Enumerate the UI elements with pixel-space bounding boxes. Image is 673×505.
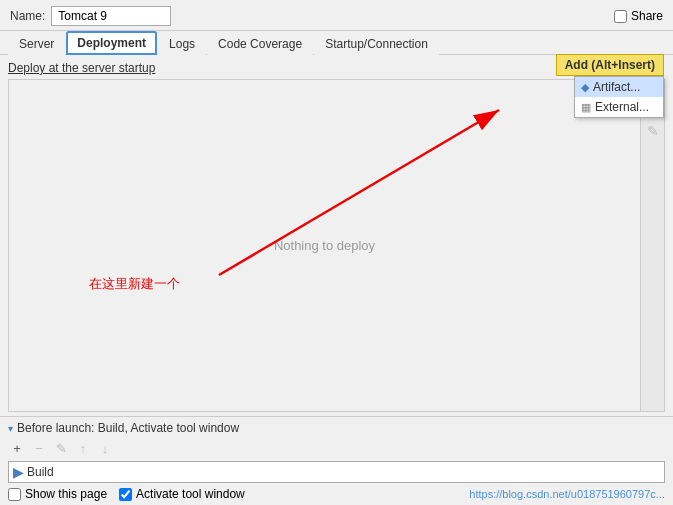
- bottom-section: ▾ Before launch: Build, Activate tool wi…: [0, 416, 673, 505]
- bl-remove-btn[interactable]: −: [30, 439, 48, 457]
- deploy-empty-list: Nothing to deploy: [9, 80, 640, 411]
- tab-startup-connection[interactable]: Startup/Connection: [314, 32, 439, 55]
- bl-edit-btn[interactable]: ✎: [52, 439, 70, 457]
- dropdown-item-artifact[interactable]: ◆ Artifact...: [575, 77, 663, 97]
- share-section: Share: [614, 9, 663, 23]
- show-page-checkbox[interactable]: [8, 488, 21, 501]
- add-dropdown: ◆ Artifact... ▦ External...: [574, 76, 664, 118]
- main-content: Deploy at the server startup Add (Alt+In…: [0, 55, 673, 416]
- before-launch-list: ▶ Build: [8, 461, 665, 483]
- activate-tool-window-checkbox[interactable]: [119, 488, 132, 501]
- tab-logs[interactable]: Logs: [158, 32, 206, 55]
- empty-text: Nothing to deploy: [274, 238, 375, 253]
- bl-up-btn[interactable]: ↑: [74, 439, 92, 457]
- artifact-icon: ◆: [581, 81, 589, 94]
- before-launch-toolbar: + − ✎ ↑ ↓: [8, 439, 665, 457]
- run-configuration-dialog: Name: Share Server Deployment Logs Code …: [0, 0, 673, 505]
- build-icon: ▶: [13, 465, 23, 480]
- activate-tool-window-option: Activate tool window: [119, 487, 245, 501]
- add-button-wrapper: Add (Alt+Insert) ◆ Artifact... ▦ Externa…: [556, 54, 664, 76]
- before-launch-label: Before launch: Build, Activate tool wind…: [17, 421, 239, 435]
- dropdown-item-external[interactable]: ▦ External...: [575, 97, 663, 117]
- show-page-option: Show this page: [8, 487, 107, 501]
- deploy-sidebar: + − ✎: [640, 80, 664, 411]
- sidebar-edit-btn[interactable]: ✎: [644, 122, 662, 140]
- show-page-label: Show this page: [25, 487, 107, 501]
- bottom-url: https://blog.csdn.net/u018751960797c...: [469, 488, 665, 500]
- external-icon: ▦: [581, 101, 591, 114]
- header-bar: Name: Share: [0, 0, 673, 31]
- before-launch-header: ▾ Before launch: Build, Activate tool wi…: [8, 421, 665, 435]
- add-button[interactable]: Add (Alt+Insert): [556, 54, 664, 76]
- tabs-row: Server Deployment Logs Code Coverage Sta…: [0, 31, 673, 55]
- share-label: Share: [631, 9, 663, 23]
- tab-server[interactable]: Server: [8, 32, 65, 55]
- bottom-options: Show this page Activate tool window http…: [8, 487, 665, 501]
- activate-tool-window-label: Activate tool window: [136, 487, 245, 501]
- build-item-label: Build: [27, 465, 54, 479]
- dropdown-item-artifact-label: Artifact...: [593, 80, 640, 94]
- header-name-section: Name:: [10, 6, 171, 26]
- tab-code-coverage[interactable]: Code Coverage: [207, 32, 313, 55]
- tab-deployment[interactable]: Deployment: [66, 31, 157, 55]
- dropdown-item-external-label: External...: [595, 100, 649, 114]
- name-input[interactable]: [51, 6, 171, 26]
- build-item: ▶ Build: [13, 465, 54, 480]
- share-checkbox[interactable]: [614, 10, 627, 23]
- bl-add-btn[interactable]: +: [8, 439, 26, 457]
- name-label: Name:: [10, 9, 45, 23]
- deploy-area: Add (Alt+Insert) ◆ Artifact... ▦ Externa…: [8, 79, 665, 412]
- triangle-icon: ▾: [8, 423, 13, 434]
- bl-down-btn[interactable]: ↓: [96, 439, 114, 457]
